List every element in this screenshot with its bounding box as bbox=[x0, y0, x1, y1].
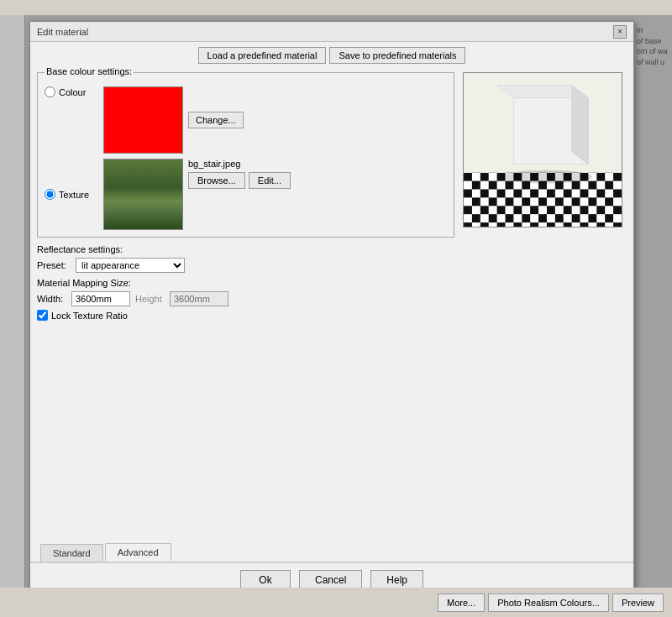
texture-buttons: Browse... Edit... bbox=[188, 172, 291, 189]
svg-point-9 bbox=[501, 170, 593, 184]
dialog-title: Edit material bbox=[37, 27, 88, 37]
preset-label: Preset: bbox=[37, 260, 71, 270]
preset-row: Preset: lit appearance matte glossy mirr… bbox=[37, 258, 454, 273]
tab-area: Standard Advanced bbox=[30, 543, 633, 563]
preview-button[interactable]: Preview bbox=[612, 593, 664, 612]
main-area: Base colour settings: Colour Change... T… bbox=[30, 72, 633, 321]
base-colour-label: Base colour settings: bbox=[45, 66, 134, 76]
colour-row: Colour Change... bbox=[45, 80, 447, 154]
reflectance-title: Reflectance settings: bbox=[37, 244, 454, 254]
lock-ratio-row: Lock Texture Ratio bbox=[37, 310, 454, 321]
mapping-size-row: Width: Height bbox=[37, 291, 454, 306]
photo-realism-button[interactable]: Photo Realism Colours... bbox=[488, 593, 609, 612]
browse-button[interactable]: Browse... bbox=[188, 172, 245, 189]
mapping-title: Material Mapping Size: bbox=[37, 278, 454, 288]
bottom-toolbar: More... Photo Realism Colours... Preview bbox=[0, 588, 672, 617]
reflectance-section: Reflectance settings: Preset: lit appear… bbox=[37, 244, 454, 273]
lock-ratio-label: Lock Texture Ratio bbox=[51, 311, 128, 321]
change-colour-button[interactable]: Change... bbox=[188, 112, 244, 128]
height-label: Height bbox=[135, 294, 165, 304]
mapping-section: Material Mapping Size: Width: Height Loc… bbox=[37, 278, 454, 321]
settings-panel: Base colour settings: Colour Change... T… bbox=[37, 72, 454, 321]
texture-row: Texture bg_stair.jpeg Browse... Edit... bbox=[45, 159, 447, 230]
standard-tab[interactable]: Standard bbox=[40, 544, 103, 562]
left-panel bbox=[0, 15, 25, 617]
width-label: Width: bbox=[37, 294, 66, 304]
edit-texture-button[interactable]: Edit... bbox=[249, 172, 291, 189]
dialog-titlebar: Edit material × bbox=[30, 22, 633, 42]
preset-select[interactable]: lit appearance matte glossy mirror bbox=[76, 258, 185, 273]
texture-preview-inner bbox=[104, 159, 182, 229]
texture-filename: bg_stair.jpeg bbox=[188, 159, 291, 169]
load-predefined-button[interactable]: Load a predefined material bbox=[198, 47, 327, 64]
preview-panel bbox=[463, 72, 627, 321]
colour-radio-label[interactable]: Colour bbox=[45, 86, 103, 97]
base-colour-group: Base colour settings: Colour Change... T… bbox=[37, 72, 454, 238]
close-button[interactable]: × bbox=[613, 25, 627, 39]
save-predefined-button[interactable]: Save to predefined materials bbox=[329, 47, 465, 64]
colour-radio[interactable] bbox=[45, 86, 55, 97]
height-input[interactable] bbox=[170, 291, 228, 306]
svg-marker-8 bbox=[572, 86, 589, 165]
texture-preview bbox=[103, 159, 183, 230]
colour-swatch bbox=[103, 86, 183, 154]
texture-radio-label[interactable]: Texture bbox=[45, 189, 103, 200]
preview-canvas bbox=[464, 73, 622, 227]
right-side-text: m of base om of wa of wall u bbox=[637, 25, 670, 67]
width-input[interactable] bbox=[71, 291, 130, 306]
top-buttons-row: Load a predefined material Save to prede… bbox=[30, 42, 633, 69]
edit-material-dialog: Edit material × Load a predefined materi… bbox=[29, 21, 634, 604]
preview-image bbox=[463, 72, 622, 227]
advanced-tab[interactable]: Advanced bbox=[105, 543, 171, 562]
lock-ratio-checkbox[interactable] bbox=[37, 310, 48, 321]
texture-info: bg_stair.jpeg Browse... Edit... bbox=[188, 159, 291, 189]
more-button[interactable]: More... bbox=[438, 593, 485, 612]
texture-radio[interactable] bbox=[45, 189, 55, 200]
